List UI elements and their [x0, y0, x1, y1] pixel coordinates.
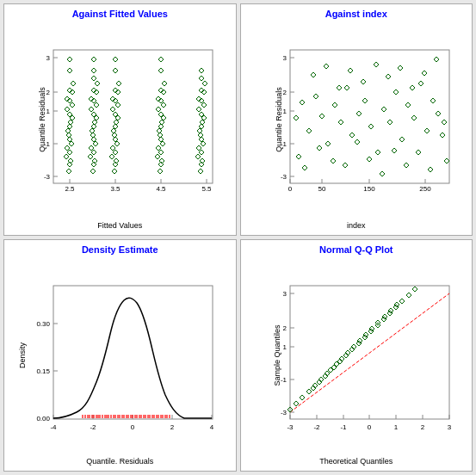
panel-qq: Normal Q-Q Plot Sample Quantiles Theoret…: [240, 239, 473, 472]
panel-title-density: Density Estimate: [82, 244, 158, 255]
main-grid: Against Fitted Values Quantile Residuals…: [0, 0, 476, 475]
x-label-fitted: Fitted Values: [97, 221, 142, 230]
svg-text:2: 2: [46, 89, 51, 96]
svg-rect-0: [53, 50, 213, 183]
x-label-density: Quantile. Residuals: [86, 457, 153, 466]
svg-text:2: 2: [170, 423, 175, 431]
svg-text:0: 0: [288, 185, 293, 193]
y-label-qq: Sample Quantiles: [272, 324, 281, 386]
svg-text:0: 0: [368, 423, 372, 431]
svg-text:0.15: 0.15: [37, 367, 51, 375]
y-label-density: Density: [18, 342, 27, 368]
svg-rect-135: [290, 50, 449, 183]
panel-title-qq: Normal Q-Q Plot: [319, 244, 393, 255]
panel-against-fitted: Against Fitted Values Quantile Residuals…: [3, 3, 237, 236]
panel-against-index: Against index Quantile Residuals index -…: [240, 3, 473, 236]
svg-text:2: 2: [421, 423, 425, 431]
x-label-index: index: [347, 221, 366, 230]
svg-text:2: 2: [282, 89, 287, 96]
svg-text:0: 0: [131, 423, 135, 431]
svg-text:1: 1: [282, 343, 287, 351]
svg-text:-1: -1: [281, 376, 287, 384]
svg-text:-2: -2: [313, 423, 320, 431]
svg-text:3: 3: [282, 290, 287, 298]
scatter-fitted: -3 -1 1 2 3 2.5 3.5 4.5 5.5: [29, 43, 219, 211]
svg-text:-2: -2: [90, 423, 97, 431]
panel-title-index: Against index: [325, 9, 387, 19]
svg-text:3: 3: [282, 54, 287, 62]
svg-text:2.5: 2.5: [65, 185, 76, 193]
svg-text:-1: -1: [340, 423, 347, 431]
svg-text:3: 3: [46, 54, 51, 62]
svg-text:-4: -4: [51, 423, 58, 431]
panel-title-fitted: Against Fitted Values: [72, 9, 168, 19]
y-label-index: Quantile Residuals: [274, 87, 282, 152]
svg-text:-3: -3: [281, 173, 287, 181]
density-plot: 0.00 0.15 0.30 -4 -2 0 2 4: [29, 279, 219, 447]
svg-text:4.5: 4.5: [157, 185, 167, 193]
svg-text:1: 1: [46, 108, 51, 115]
svg-text:150: 150: [363, 185, 375, 193]
svg-rect-204: [53, 286, 213, 419]
svg-text:-3: -3: [287, 423, 294, 431]
svg-text:1: 1: [394, 423, 399, 431]
x-label-qq: Theoretical Quantiles: [319, 457, 393, 466]
svg-text:250: 250: [419, 185, 431, 193]
svg-text:3: 3: [448, 423, 452, 431]
svg-text:-3: -3: [44, 173, 51, 181]
svg-text:2: 2: [282, 324, 287, 332]
svg-text:0.00: 0.00: [37, 415, 51, 423]
svg-text:-3: -3: [281, 409, 287, 416]
y-label-fitted: Quantile Residuals: [38, 87, 46, 152]
panel-density: Density Estimate Density Quantile. Resid…: [3, 239, 237, 472]
scatter-index: -3 -1 1 2 3 0 50 150 250: [266, 43, 455, 211]
svg-text:0.30: 0.30: [37, 320, 51, 328]
svg-text:1: 1: [282, 108, 287, 115]
svg-text:5.5: 5.5: [202, 185, 213, 193]
svg-text:50: 50: [318, 185, 325, 193]
qq-plot-svg: -3 -1 1 2 3 -3 -2 -1 0 1 2 3: [266, 279, 455, 447]
svg-text:4: 4: [210, 423, 214, 431]
svg-text:3.5: 3.5: [111, 185, 121, 193]
